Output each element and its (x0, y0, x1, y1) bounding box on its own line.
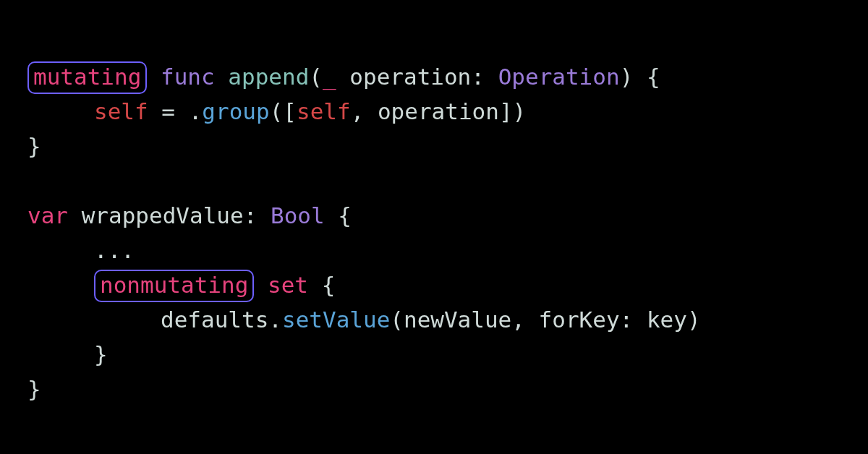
param-name: operation (349, 64, 471, 90)
equals-dot: = . (148, 98, 203, 124)
paren-open: ( (390, 307, 404, 333)
code-line: ... (27, 233, 841, 267)
bracket-close: ]) (499, 98, 526, 124)
code-line: self = .group([self, operation]) (27, 94, 841, 129)
space (633, 307, 647, 333)
identifier-newvalue: newValue (404, 307, 511, 333)
space (485, 64, 498, 90)
keyword-set: set (268, 272, 308, 298)
identifier-key: key (647, 307, 687, 333)
code-block-mutating-func: mutating func append(_ operation: Operat… (27, 59, 841, 163)
code-line: } (27, 337, 841, 372)
space (68, 202, 82, 228)
code-line: } (27, 129, 841, 163)
code-line: } (27, 372, 841, 406)
code-line: mutating func append(_ operation: Operat… (27, 59, 841, 94)
paren-close: ) (687, 307, 701, 333)
space (147, 64, 161, 90)
paren-close-brace: ) { (620, 64, 660, 90)
method-group: group (202, 98, 269, 124)
keyword-self: self (297, 98, 351, 124)
label-forkey: forKey (539, 307, 620, 333)
identifier-defaults: defaults (161, 307, 268, 333)
colon: : (244, 202, 258, 228)
keyword-mutating-highlight: mutating (27, 61, 147, 94)
space (215, 64, 229, 90)
brace-open: { (308, 272, 335, 298)
colon: : (620, 307, 634, 333)
identifier-wrappedvalue: wrappedValue (82, 202, 244, 228)
brace-close: } (27, 133, 41, 159)
identifier-operation: operation (378, 98, 499, 124)
keyword-func: func (161, 64, 215, 90)
comma: , (511, 307, 538, 333)
space (336, 64, 350, 90)
bracket-open: ([ (270, 98, 297, 124)
brace-close: } (94, 341, 108, 367)
comma: , (351, 98, 378, 124)
space (257, 202, 271, 228)
type-bool: Bool (271, 202, 325, 228)
type-operation: Operation (498, 64, 620, 90)
keyword-nonmutating-highlight: nonmutating (94, 270, 254, 302)
identifier-append: append (228, 64, 309, 90)
paren-open: ( (309, 64, 323, 90)
colon: : (471, 64, 485, 90)
keyword-self: self (94, 98, 148, 124)
underscore: _ (323, 64, 336, 90)
dot: . (268, 307, 282, 333)
code-block-wrapped-value: var wrappedValue: Bool { ... nonmutating… (27, 198, 841, 406)
ellipsis: ... (94, 237, 135, 263)
code-line: defaults.setValue(newValue, forKey: key) (27, 302, 841, 337)
method-setvalue: setValue (282, 307, 390, 333)
code-line: nonmutating set { (27, 267, 841, 302)
keyword-var: var (27, 202, 68, 228)
brace-open: { (325, 202, 352, 228)
code-line: var wrappedValue: Bool { (27, 198, 841, 233)
brace-close: } (27, 376, 41, 402)
space (254, 272, 268, 298)
